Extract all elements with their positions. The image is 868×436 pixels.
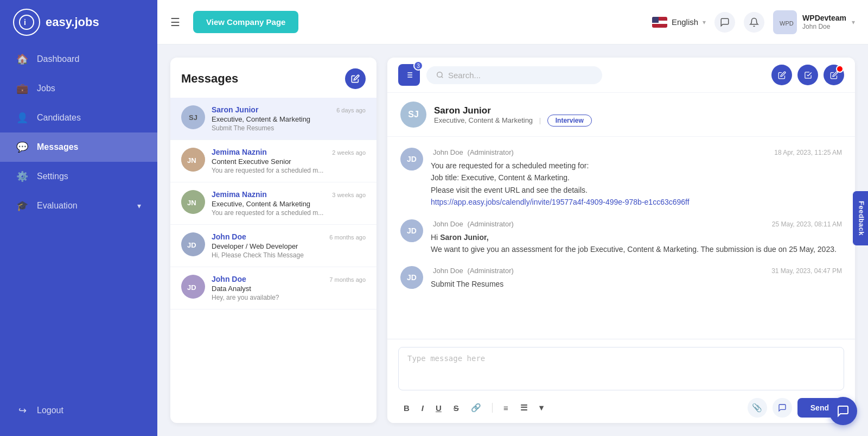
chat-panel: 3: [387, 58, 855, 423]
message-content: Saron Junior 6 days ago Executive, Conte…: [212, 105, 366, 132]
list-item[interactable]: SJ Saron Junior 6 days ago Executive, Co…: [170, 98, 376, 140]
list-item[interactable]: JD John Doe 6 months ago Developer / Web…: [170, 225, 376, 267]
message-sender: John Doe (Administrator): [431, 266, 514, 275]
sender-role: Executive, Content & Marketing: [212, 115, 366, 123]
candidates-icon: 👤: [16, 112, 28, 124]
messages-icon: 💬: [16, 141, 28, 153]
notification-icon-btn[interactable]: [824, 65, 844, 85]
sender-role-label: (Administrator): [468, 267, 514, 275]
message-input[interactable]: [398, 347, 844, 390]
content-area: Messages SJ Saron Junior 6 days ago Exec…: [157, 45, 868, 436]
edit-icon-btn[interactable]: [771, 65, 792, 85]
svg-text:i: i: [24, 18, 26, 27]
search-input[interactable]: [448, 71, 592, 80]
search-icon: [436, 71, 444, 79]
sender-name: Jemima Naznin: [212, 190, 267, 199]
chat-icon-btn[interactable]: [714, 12, 735, 33]
list-item[interactable]: JD John Doe 7 months ago Data Analyst He…: [170, 267, 376, 309]
italic-button[interactable]: I: [418, 401, 427, 415]
sender-name: John Doe: [212, 232, 246, 241]
meeting-link[interactable]: https://app.easy.jobs/calendly/invite/19…: [431, 198, 690, 206]
sidebar-item-dashboard[interactable]: 🏠 Dashboard: [0, 45, 157, 74]
sidebar-item-settings[interactable]: ⚙️ Settings: [0, 162, 157, 191]
sidebar-item-candidates[interactable]: 👤 Candidates: [0, 103, 157, 132]
filter-button[interactable]: 3: [398, 64, 420, 86]
message-timestamp: 25 May, 2023, 08:11 AM: [772, 220, 842, 228]
link-button[interactable]: 🔗: [468, 401, 484, 415]
user-info: WPDevteam John Doe: [802, 13, 846, 31]
list-indent-button[interactable]: ▾: [536, 401, 547, 415]
company-page-button[interactable]: View Company Page: [193, 11, 298, 33]
feedback-tab[interactable]: Feedback: [853, 191, 868, 245]
message-content: John Doe 6 months ago Developer / Web De…: [212, 232, 366, 259]
sender-role: Executive, Content & Marketing: [212, 200, 366, 208]
chat-action-buttons: [771, 65, 844, 85]
chevron-down-icon: ▾: [137, 201, 141, 210]
send-message-icon-btn[interactable]: [773, 398, 792, 418]
svg-point-0: [20, 15, 34, 29]
sidebar-item-messages[interactable]: 💬 Messages: [0, 132, 157, 162]
sender-role-label: (Administrator): [468, 220, 514, 228]
strikethrough-button[interactable]: S: [450, 401, 462, 415]
sender-role: Data Analyst: [212, 285, 366, 293]
bold-button[interactable]: B: [400, 401, 413, 415]
avatar: JD: [400, 266, 423, 289]
message-preview: Submit The Resumes: [212, 124, 366, 132]
home-icon: 🏠: [16, 53, 28, 65]
main-content: ☰ View Company Page English ▾ WPD: [157, 0, 868, 436]
chat-bubble-button[interactable]: [829, 397, 857, 425]
underline-button[interactable]: U: [432, 401, 445, 415]
message-preview: You are requested for a scheduled m...: [212, 167, 366, 174]
hamburger-icon[interactable]: ☰: [170, 16, 180, 29]
svg-text:WPD: WPD: [780, 20, 794, 27]
compose-button[interactable]: [345, 68, 366, 89]
sidebar: i easy.jobs 🏠 Dashboard 💼 Jobs 👤 Candida…: [0, 0, 157, 436]
message-time: 3 weeks ago: [332, 192, 366, 198]
message-timestamp: 18 Apr, 2023, 11:25 AM: [774, 149, 842, 156]
user-chevron-icon: ▾: [852, 18, 855, 26]
settings-icon: ⚙️: [16, 170, 28, 182]
avatar: JD: [181, 275, 205, 299]
checklist-icon-btn[interactable]: [797, 65, 818, 85]
ordered-list-button[interactable]: ☰: [517, 401, 531, 415]
filter-count-badge: 3: [413, 61, 423, 71]
user-profile[interactable]: WPD WPDevteam John Doe ▾: [773, 10, 855, 34]
language-selector[interactable]: English ▾: [652, 17, 706, 28]
chat-contact-header: SJ Saron Junior Executive, Content & Mar…: [387, 93, 855, 137]
sender-role: Developer / Web Developer: [212, 242, 366, 250]
svg-text:JN: JN: [187, 156, 196, 165]
svg-text:JD: JD: [187, 241, 196, 249]
message-time: 6 days ago: [336, 107, 366, 113]
message-preview: Hi, Please Check This Message: [212, 251, 366, 259]
avatar: JD: [181, 232, 205, 256]
bell-icon-btn[interactable]: [744, 12, 764, 33]
messages-list-panel: Messages SJ Saron Junior 6 days ago Exec…: [170, 58, 376, 423]
logout-icon: ↪: [16, 405, 28, 416]
attachment-icon-btn[interactable]: 📎: [748, 398, 767, 418]
messages-title: Messages: [181, 72, 238, 86]
sidebar-item-label: Evaluation: [37, 201, 78, 211]
message-time: 6 months ago: [329, 234, 366, 241]
svg-point-18: [437, 72, 442, 77]
message-timestamp: 31 May, 2023, 04:47 PM: [771, 267, 842, 275]
user-name: John Doe: [802, 23, 846, 31]
logo: i easy.jobs: [0, 0, 157, 45]
jobs-icon: 💼: [16, 83, 28, 94]
topbar-icons: [714, 12, 764, 33]
sender-name: Saron Junior: [212, 105, 258, 114]
toolbar-separator: [492, 403, 493, 413]
topbar: ☰ View Company Page English ▾ WPD: [157, 0, 868, 45]
table-row: JD John Doe (Administrator) 18 Apr, 2023…: [400, 148, 842, 208]
language-label: English: [672, 17, 698, 27]
sidebar-item-evaluation[interactable]: 🎓 Evaluation ▾: [0, 191, 157, 220]
avatar: JN: [181, 148, 205, 172]
list-item[interactable]: JN Jemima Naznin 3 weeks ago Executive, …: [170, 182, 376, 225]
message-body: John Doe (Administrator) 25 May, 2023, 0…: [431, 219, 842, 256]
sidebar-item-jobs[interactable]: 💼 Jobs: [0, 74, 157, 103]
list-item[interactable]: JN Jemima Naznin 2 weeks ago Content Exe…: [170, 140, 376, 182]
sidebar-item-logout[interactable]: ↪ Logout: [0, 396, 157, 425]
unordered-list-button[interactable]: ≡: [500, 401, 512, 415]
logout-label: Logout: [37, 406, 63, 415]
message-preview: Hey, are you available?: [212, 294, 366, 301]
contact-info: Saron Junior Executive, Content & Market…: [434, 105, 842, 124]
